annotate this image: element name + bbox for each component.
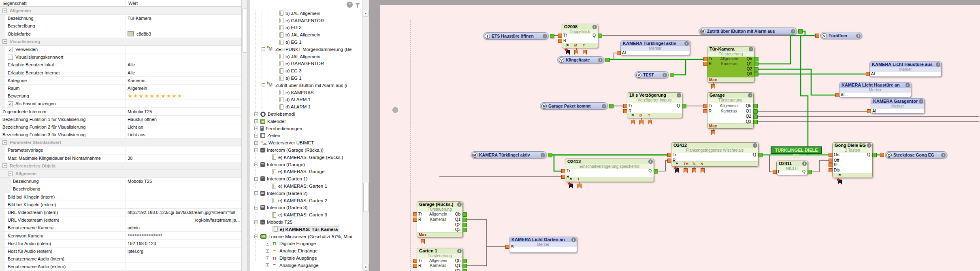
info-icon[interactable]: i [598,58,603,62]
info-icon[interactable]: i [457,249,462,253]
output-connector[interactable] [462,218,467,222]
tree-item[interactable]: a) EG 1 [250,74,362,82]
parameter-connector[interactable] [574,50,578,55]
expander-icon[interactable]: + [254,112,258,116]
tree-item[interactable]: a) EG 3 [250,67,362,74]
output-connector[interactable] [548,153,552,157]
info-icon[interactable]: i [684,41,689,46]
tree-item-selected[interactable]: e) KAMERAS: Tür-Kamera [272,226,339,232]
info-icon[interactable]: i [905,83,910,87]
output-connector[interactable] [758,153,763,157]
io-label-pill[interactable]: MZutritt über iButton mit Alarm ausi [699,28,797,35]
prop-value[interactable] [126,22,241,30]
marker-block[interactable]: KAMERA Licht Haustüre ausMerker [869,61,942,77]
output-connector[interactable] [609,104,614,108]
io-label-pill[interactable]: VTESTi [635,71,669,78]
tree-item-body[interactable]: MSLoxone Miniserver (Geschätzt 57%, Mini [260,234,352,239]
output-connector[interactable] [753,120,758,124]
expander-icon[interactable]: + [254,141,258,145]
prop-value[interactable]: Alle [126,61,241,68]
output-connector[interactable] [670,73,674,77]
info-icon[interactable]: i [592,25,597,29]
prop-value[interactable] [126,185,241,193]
input-connector[interactable] [866,72,870,76]
parameter-connector[interactable] [701,168,705,173]
tree-item-body[interactable]: b) JAL Allgemein [279,32,320,38]
checkbox[interactable] [8,55,13,60]
tree-item-body[interactable]: a) EG 1 [279,40,302,45]
tree-item-body[interactable]: Fernbedienungen [260,126,302,131]
expander-icon[interactable]: + [266,249,269,253]
info-icon[interactable]: i [541,153,545,157]
tree-item[interactable]: e) KAMERAS: Garten 1 [250,182,362,190]
info-icon[interactable]: i [753,143,757,148]
io-label-pill[interactable]: MKAMERA Türklingel aktivi [471,151,547,159]
parameter-connector[interactable] [711,84,715,89]
tree-item-body[interactable]: Kalender [260,119,286,124]
io-label-pill[interactable]: VTüröffneri [820,32,862,39]
info-icon[interactable]: i [457,202,462,207]
output-connector[interactable] [462,264,467,268]
input-connector[interactable] [558,39,562,43]
input-connector[interactable] [617,51,621,55]
prop-value[interactable]: ******************** [126,232,241,239]
tree-item-body[interactable]: ~Analoge Eingänge [272,248,317,254]
tree-item[interactable]: +~Analoge Eingänge [250,247,362,254]
tree-item[interactable]: −Mobotix T25 [250,218,362,226]
info-icon[interactable]: i [867,143,871,148]
prop-value[interactable] [126,146,241,154]
tree-item[interactable]: e) KAMERAS: Tür-Kamera [250,226,362,233]
input-connector[interactable] [561,169,565,173]
tree-item-body[interactable]: e) GARAGENTOR [279,61,324,66]
checkbox[interactable]: ✓ [8,47,13,52]
input-connector[interactable] [829,153,833,157]
expander-icon[interactable]: + [266,256,269,260]
input-connector[interactable] [829,163,833,167]
tree-item-body[interactable]: e) KAMERAS: Garage [272,169,324,174]
tree-item-body[interactable]: Intercom (Garage (Rücks.)) [260,148,324,152]
prop-value[interactable]: admin [126,224,241,231]
tree-item-body[interactable]: a) EG 1 [279,76,302,81]
expander-icon[interactable]: − [254,148,258,152]
tree-item-body[interactable]: d) ALARM 1 [279,97,311,102]
prop-value[interactable]: Alle [126,69,241,76]
expander-icon[interactable]: − [262,83,265,87]
tree-item-body[interactable]: a) EG 3 [279,25,302,30]
parameter-connector[interactable] [639,120,643,125]
prop-value[interactable]: ★★★★★★★★★★ [126,92,241,100]
prop-value[interactable]: c8d8b3 [126,30,241,38]
info-icon[interactable]: i [936,62,940,67]
input-connector[interactable] [505,245,509,249]
input-connector[interactable] [835,93,839,97]
info-icon[interactable]: i [941,153,946,157]
tree-item[interactable]: −Intercom (Garten 3) [250,204,362,212]
tree-item[interactable]: −MZutritt über iButton mit Alarm aus (i [250,82,362,89]
input-connector[interactable] [413,259,417,263]
input-connector[interactable] [561,175,565,179]
collapse-icon[interactable]: − [2,39,7,44]
prop-value[interactable]: Licht aus [126,131,241,138]
io-label-pill[interactable]: QSteckdose Gong EGi [885,151,947,159]
parameter-connector[interactable] [648,120,652,125]
tree-item-body[interactable]: MZEITPUNKT Morgendämmerung (Be [268,47,352,52]
scrollbar-thumb[interactable] [363,183,369,212]
marker-block[interactable]: KAMERA Licht Garten anMerker [509,237,577,253]
output-connector[interactable] [754,62,758,66]
input-connector[interactable] [773,170,777,174]
info-icon[interactable]: i [748,93,752,97]
tree-item-body[interactable]: Intercom (Garten 2) [260,191,307,196]
tree-item[interactable]: d) ALARM 1 [250,96,362,104]
tree-item[interactable]: d) ALARM 1 [250,103,362,110]
info-icon[interactable]: i [602,104,606,108]
tree-item-body[interactable]: e) KAMERAS [279,90,314,95]
input-connector[interactable] [829,168,833,172]
property-group-row[interactable]: −Allgemein [0,7,241,15]
tree-item[interactable]: −Intercom (Garage (Rücks.)) [250,146,362,154]
expander-icon[interactable]: − [254,191,258,195]
tree-item[interactable]: e) KAMERAS: Garage [250,168,362,176]
info-icon[interactable]: i [663,73,667,77]
tree-item-body[interactable]: ⊓Digitale Eingänge [272,241,316,246]
collapse-icon[interactable]: − [2,8,7,13]
output-connector[interactable] [807,170,812,174]
tree-item[interactable]: e) GARAGENTOR [250,17,362,24]
